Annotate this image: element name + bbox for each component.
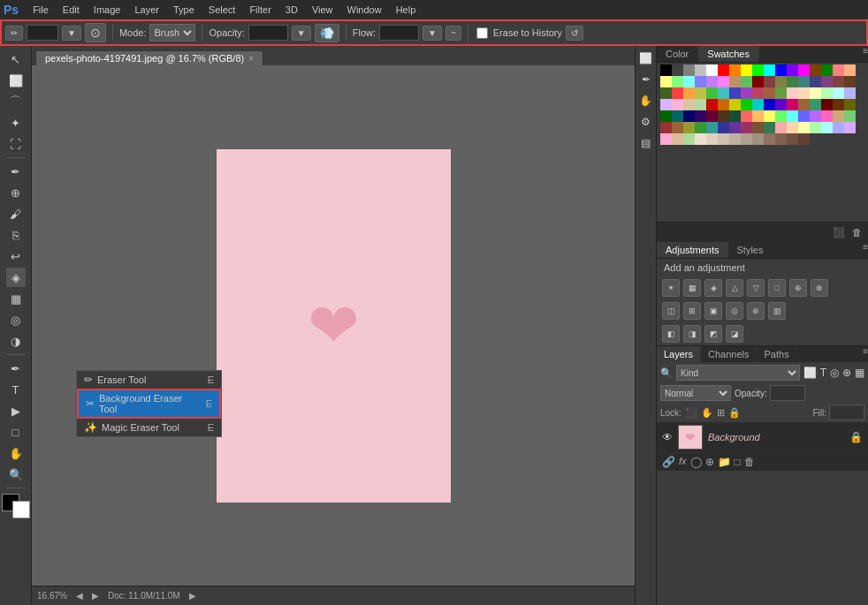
swatch[interactable]	[821, 87, 833, 99]
opacity-dropdown[interactable]: ▼	[292, 26, 311, 41]
swatch[interactable]	[660, 87, 672, 99]
swatch[interactable]	[764, 122, 775, 133]
swatch[interactable]	[718, 110, 729, 122]
adj-layer-icon[interactable]: ⊕	[705, 456, 714, 468]
swatch[interactable]	[787, 110, 798, 122]
brush-picker-icon[interactable]: ⊙	[85, 23, 106, 42]
smooth-btn[interactable]: ~	[445, 26, 461, 41]
heal-tool[interactable]: ⊕	[6, 183, 26, 202]
history-brush-tool[interactable]: ↩	[6, 246, 26, 266]
text-tool[interactable]: T	[6, 380, 26, 399]
adj-action-2[interactable]: 🗑	[849, 224, 864, 240]
swatch[interactable]	[775, 110, 787, 122]
delete-layer-icon[interactable]: 🗑	[744, 456, 755, 468]
swatch[interactable]	[844, 110, 856, 122]
flow-dropdown[interactable]: ▼	[423, 26, 442, 41]
menu-file[interactable]: File	[26, 3, 56, 17]
adj-option4[interactable]: ◪	[726, 325, 743, 343]
swatch[interactable]	[775, 87, 787, 99]
swatch[interactable]	[844, 99, 856, 110]
swatch[interactable]	[695, 87, 706, 99]
quick-select-tool[interactable]: ✦	[6, 113, 26, 132]
swatch[interactable]	[672, 122, 683, 133]
swatch[interactable]	[741, 110, 752, 122]
swatch[interactable]	[764, 99, 775, 110]
menu-layer[interactable]: Layer	[127, 3, 166, 17]
adj-exposure[interactable]: △	[726, 279, 743, 297]
path-select-tool[interactable]: ▶	[6, 401, 26, 420]
swatch[interactable]	[752, 133, 764, 145]
lasso-tool[interactable]: ⌒	[6, 92, 26, 111]
adj-curves[interactable]: ◈	[704, 279, 722, 297]
styles-tab[interactable]: Styles	[728, 242, 773, 258]
swatch[interactable]	[741, 133, 752, 145]
brush-tool[interactable]: 🖌	[6, 204, 26, 223]
adj-channel-mixer[interactable]: ⊞	[683, 302, 701, 320]
airbrush-btn[interactable]: 💨	[315, 24, 339, 42]
swatch[interactable]	[672, 87, 683, 99]
vert-icon-2[interactable]: ✒	[637, 71, 655, 88]
fill-value-input[interactable]: 100%	[829, 405, 864, 420]
layers-tab[interactable]: Layers	[657, 346, 701, 362]
adj-action-1[interactable]: ⬛	[831, 224, 847, 240]
filter-icon-4[interactable]: ⊕	[842, 367, 851, 379]
eraser-tool-option[interactable]: ✏ Eraser Tool E	[77, 371, 221, 389]
swatch[interactable]	[672, 64, 683, 76]
swatch[interactable]	[844, 122, 856, 133]
swatch[interactable]	[660, 64, 672, 76]
swatch[interactable]	[672, 76, 683, 87]
swatch[interactable]	[821, 64, 833, 76]
swatch[interactable]	[752, 64, 764, 76]
adj-color-balance[interactable]: ⊕	[789, 279, 807, 297]
lock-position-icon[interactable]: ✋	[701, 407, 713, 419]
swatch[interactable]	[798, 99, 810, 110]
opacity-input[interactable]: 100%	[248, 25, 288, 41]
swatch[interactable]	[787, 76, 798, 87]
adj-invert[interactable]: ◎	[726, 302, 743, 320]
shape-tool[interactable]: □	[6, 422, 26, 442]
swatch[interactable]	[741, 76, 752, 87]
filter-icon-1[interactable]: ⬜	[803, 367, 817, 379]
swatch[interactable]	[787, 87, 798, 99]
vert-icon-5[interactable]: ▤	[637, 134, 655, 152]
swatch[interactable]	[706, 64, 718, 76]
adj-posterize[interactable]: ⊛	[747, 302, 765, 320]
swatch[interactable]	[798, 87, 810, 99]
menu-filter[interactable]: Filter	[242, 3, 278, 17]
swatch[interactable]	[810, 122, 821, 133]
swatch[interactable]	[718, 99, 729, 110]
opacity-value-input[interactable]: 100%	[770, 385, 805, 401]
swatch[interactable]	[683, 64, 695, 76]
swatch[interactable]	[683, 76, 695, 87]
swatch[interactable]	[660, 110, 672, 122]
menu-window[interactable]: Window	[340, 3, 389, 17]
swatch[interactable]	[764, 87, 775, 99]
swatch[interactable]	[810, 110, 821, 122]
swatch[interactable]	[718, 76, 729, 87]
swatch[interactable]	[775, 64, 787, 76]
eyedropper-tool[interactable]: ✒	[6, 162, 26, 181]
new-layer-icon[interactable]: □	[735, 456, 741, 468]
adj-gradient-map[interactable]: ◧	[662, 325, 680, 343]
menu-select[interactable]: Select	[202, 3, 243, 17]
hand-tool[interactable]: ✋	[6, 443, 26, 463]
swatches-tab[interactable]: Swatches	[698, 46, 759, 62]
menu-help[interactable]: Help	[389, 3, 423, 17]
swatch[interactable]	[672, 99, 683, 110]
move-tool[interactable]: ↖	[6, 49, 26, 69]
swatch[interactable]	[810, 99, 821, 110]
swatch[interactable]	[741, 122, 752, 133]
canvas-viewport[interactable]: ❤ ✏ Eraser Tool E ✂ Background Eraser To…	[32, 65, 635, 586]
swatch[interactable]	[752, 99, 764, 110]
swatch[interactable]	[821, 99, 833, 110]
adj-threshold[interactable]: ▥	[768, 302, 786, 320]
swatch[interactable]	[833, 76, 844, 87]
status-arrow-left[interactable]: ◀	[76, 591, 83, 601]
tab-close-button[interactable]: ×	[248, 54, 254, 64]
swatch[interactable]	[752, 122, 764, 133]
swatch[interactable]	[660, 99, 672, 110]
swatch[interactable]	[672, 133, 683, 145]
add-mask-icon[interactable]: ◯	[690, 456, 702, 468]
filter-icon-5[interactable]: ▦	[855, 367, 864, 379]
swatch[interactable]	[821, 122, 833, 133]
